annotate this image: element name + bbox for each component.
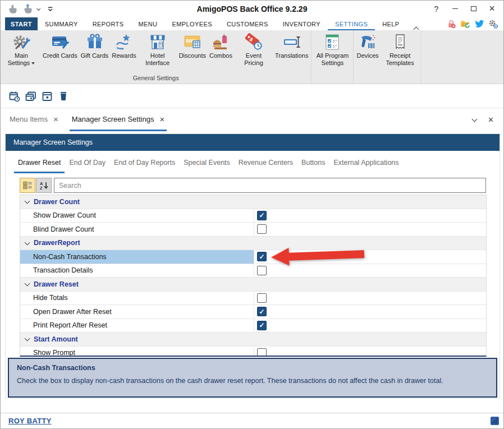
collapse-ribbon-button[interactable] <box>414 26 419 31</box>
chevron-down-icon[interactable] <box>25 241 30 246</box>
property-label: Transaction Details <box>20 264 254 278</box>
ribbon-button-label: Event Pricing <box>236 52 272 67</box>
touch-select-icon[interactable] <box>21 3 33 15</box>
combos-icon <box>212 33 230 51</box>
document-tab-menu-items[interactable]: Menu Items× <box>7 108 61 131</box>
checkbox[interactable] <box>257 293 267 303</box>
credit-card-icon <box>51 33 69 51</box>
ribbon-button-label: Receipt Templates <box>382 52 418 67</box>
tab-drawer-reset[interactable]: Drawer Reset <box>14 159 65 173</box>
search-bar: AZ <box>20 178 486 193</box>
main-settings-button[interactable]: Main Settings <box>2 31 41 67</box>
devices-button[interactable]: Devices <box>355 31 380 59</box>
tab-reports[interactable]: REPORTS <box>85 17 131 30</box>
calendar-clock-icon[interactable] <box>8 89 21 104</box>
tab-list-dropdown-icon[interactable] <box>472 117 477 122</box>
close-button[interactable]: × <box>483 1 501 16</box>
lock-icon[interactable] <box>447 19 456 29</box>
property-row-show-prompt[interactable]: Show Prompt <box>20 347 486 357</box>
tab-special-events[interactable]: Special Events <box>180 159 234 173</box>
ribbon-button-label: Combos <box>209 52 232 59</box>
close-icon[interactable]: × <box>159 115 164 123</box>
tab-customers[interactable]: CUSTOMERS <box>219 17 276 30</box>
titlebar: AmigoPOS Back Office 9.2.29 ? × <box>1 1 503 17</box>
tab-help[interactable]: HELP <box>375 17 406 30</box>
rewards-icon <box>115 33 133 51</box>
property-row-transaction-details[interactable]: Transaction Details <box>20 264 486 278</box>
credit-cards-button[interactable]: Credit Cards <box>41 31 79 59</box>
property-value <box>254 292 486 305</box>
chevron-down-icon[interactable] <box>25 282 30 287</box>
document-tab-label: Manager Screen Settings <box>72 115 154 123</box>
property-row-hide-totals[interactable]: Hide Totals <box>20 292 486 306</box>
chevron-down-icon[interactable] <box>25 199 30 204</box>
translations-button[interactable]: Translations <box>273 31 310 59</box>
tab-buttons[interactable]: Buttons <box>297 159 329 173</box>
event-pricing-button[interactable]: $Event Pricing <box>234 31 273 67</box>
category-row-start-amount[interactable]: Start Amount <box>20 333 486 347</box>
ribbon-button-label: Discounts <box>179 52 206 59</box>
checkbox[interactable] <box>257 252 267 261</box>
tab-end-of-day[interactable]: End Of Day <box>65 159 109 173</box>
chevron-down-icon[interactable] <box>25 336 30 342</box>
receipt-templates-button[interactable]: Receipt Templates <box>381 31 420 67</box>
help-button[interactable]: ? <box>427 1 446 16</box>
document-tab-manager-screen-settings[interactable]: Manager Screen Settings× <box>70 108 167 131</box>
ribbon-group-buttons: DevicesReceipt Templates <box>355 31 419 75</box>
checkbox[interactable] <box>257 211 267 220</box>
category-row-drawerreport[interactable]: DrawerReport <box>20 237 486 251</box>
combos-button[interactable]: Combos <box>208 31 234 59</box>
property-row-non-cash-transactions[interactable]: Non-Cash Transactions <box>20 250 486 264</box>
resize-grip-icon[interactable] <box>491 417 499 425</box>
gears-icon[interactable] <box>488 19 498 29</box>
category-row-drawer-reset[interactable]: Drawer Reset <box>20 278 486 292</box>
property-row-open-drawer-after-reset[interactable]: Open Drawer After Reset <box>20 305 486 319</box>
ribbon-group: DevicesReceipt Templates <box>354 30 421 84</box>
gift-icon <box>86 33 104 51</box>
tab-revenue-centers[interactable]: Revenue Centers <box>235 159 297 173</box>
gift-cards-button[interactable]: Gift Cards <box>79 31 111 59</box>
sort-az-icon[interactable]: AZ <box>36 178 52 193</box>
ribbon-button-label: Rewards <box>112 52 136 59</box>
property-value <box>254 305 486 319</box>
checkbox[interactable] <box>257 266 267 275</box>
tab-inventory[interactable]: INVENTORY <box>276 17 328 30</box>
close-document-icon[interactable]: × <box>488 115 493 125</box>
glass-icon[interactable] <box>57 89 70 104</box>
calendar-multi-icon[interactable] <box>24 89 38 104</box>
qat-overflow-icon[interactable] <box>44 3 56 15</box>
tab-employees[interactable]: EMPLOYEES <box>164 17 219 30</box>
twitter-icon[interactable] <box>474 19 484 29</box>
checkbox[interactable] <box>257 321 267 330</box>
tab-menu[interactable]: MENU <box>131 17 164 30</box>
rewards-button[interactable]: Rewards <box>110 31 138 59</box>
checkbox[interactable] <box>257 224 267 234</box>
checkbox[interactable] <box>257 307 267 316</box>
property-row-show-drawer-count[interactable]: Show Drawer Count <box>20 209 486 223</box>
panel-header: Manager Screen Settings <box>6 134 500 151</box>
minimize-button[interactable] <box>446 1 464 16</box>
discounts-button[interactable]: 50%Discounts <box>177 31 208 59</box>
category-view-icon[interactable] <box>20 178 35 193</box>
logged-in-user-link[interactable]: ROY BATTY <box>8 417 52 425</box>
property-row-blind-drawer-count[interactable]: Blind Drawer Count <box>20 223 486 237</box>
tab-settings[interactable]: SETTINGS <box>328 17 375 30</box>
maximize-button[interactable] <box>464 1 483 16</box>
tab-summary[interactable]: SUMMARY <box>38 17 85 30</box>
property-label: Show Prompt <box>20 347 254 357</box>
tab-external-applications[interactable]: External Applications <box>330 159 403 173</box>
discount-icon: 50% <box>184 33 201 51</box>
checkbox[interactable] <box>257 348 267 357</box>
close-icon[interactable]: × <box>53 115 58 123</box>
category-row-drawer-count[interactable]: Drawer Count <box>20 195 486 209</box>
tab-end-of-day-reports[interactable]: End of Day Reports <box>110 159 179 173</box>
all-program-settings-button[interactable]: All Program Settings <box>313 31 352 67</box>
search-input[interactable] <box>54 178 486 193</box>
hotel-interface-button[interactable]: Hotel Interface <box>138 31 177 67</box>
chevron-down-icon[interactable] <box>36 7 40 11</box>
tab-start[interactable]: START <box>5 17 38 30</box>
property-row-print-report-after-reset[interactable]: Print Report After Reset <box>20 319 486 333</box>
calendar-day-icon[interactable] <box>40 89 54 104</box>
touch-pointer-icon[interactable] <box>6 3 17 15</box>
sync-icon[interactable] <box>460 19 470 29</box>
